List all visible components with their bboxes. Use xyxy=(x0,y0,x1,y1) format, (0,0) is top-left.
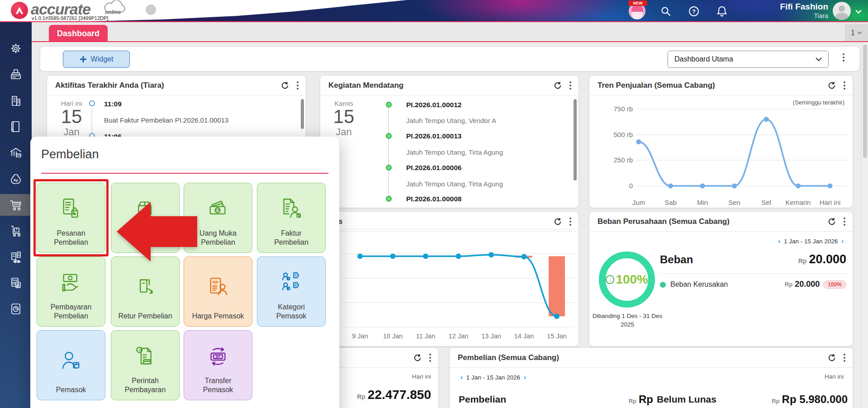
sidebar-item-sales[interactable] xyxy=(0,64,32,85)
kebab-menu-icon[interactable] xyxy=(843,81,846,90)
user-role: Tiara xyxy=(814,12,828,19)
card-title: Aktifitas Terakhir Anda (Tiara) xyxy=(55,81,280,90)
kebab-menu-icon[interactable] xyxy=(843,353,846,363)
window-count: 1 xyxy=(851,29,855,37)
brand-sub: online xyxy=(105,9,121,15)
svg-text:RP: RP xyxy=(213,279,219,284)
kebab-menu-icon[interactable] xyxy=(428,353,432,363)
prev-period-chevron[interactable]: ‹ xyxy=(459,373,465,381)
tile-harga-pemasok[interactable]: RP Harga Pemasok xyxy=(184,256,252,327)
sidebar-item-fixed-assets[interactable] xyxy=(0,246,32,268)
notifications-bell-icon[interactable] xyxy=(716,5,728,17)
kas-today-value: 22.477.850 xyxy=(368,388,431,402)
add-widget-button[interactable]: Widget xyxy=(63,51,130,68)
metric-label: Pembelian xyxy=(459,394,506,405)
card-title: Kegiatan Mendatang xyxy=(328,81,553,90)
hand-truck-icon xyxy=(9,224,23,238)
tile-kategori-pemasok[interactable]: A B KategoriPemasok xyxy=(257,256,326,327)
search-icon[interactable] xyxy=(660,5,672,17)
event-subtitle: Jatuh Tempo Utang, Vendor A xyxy=(406,117,496,124)
event-title[interactable]: PI.2026.01.00013 xyxy=(406,132,461,140)
timeline-dot xyxy=(386,102,392,108)
sidebar-item-banking[interactable] xyxy=(0,142,32,164)
kebab-menu-icon[interactable] xyxy=(569,81,572,90)
tile-retur-pembelian[interactable]: Retur Pembelian xyxy=(111,256,180,327)
dashboard-select[interactable]: Dashboard Utama xyxy=(668,51,829,68)
chart-subtitle: (Seminggu terakhir) xyxy=(793,99,844,106)
next-period-chevron[interactable]: › xyxy=(840,237,845,245)
kebab-menu-icon[interactable] xyxy=(296,81,299,90)
promo-avatar[interactable]: NEW xyxy=(629,3,645,19)
accurate-logo-icon[interactable] xyxy=(11,2,28,19)
page-scrollbar-thumb[interactable] xyxy=(863,45,867,158)
svg-text:12 Jan: 12 Jan xyxy=(449,332,469,340)
tile-pesanan-pembelian[interactable]: PesananPembelian xyxy=(37,183,105,253)
refresh-icon[interactable] xyxy=(827,353,836,362)
next-period-chevron[interactable]: › xyxy=(522,373,528,381)
scrollbar-thumb[interactable] xyxy=(301,99,304,129)
sidebar-item-journal[interactable] xyxy=(0,116,32,138)
tile-label: Harga Pemasok xyxy=(192,312,244,320)
sidebar-item-billing[interactable]: Rp xyxy=(0,168,32,190)
svg-text:!: ! xyxy=(139,348,140,352)
scrollbar-thumb[interactable] xyxy=(574,99,577,180)
event-subtitle: Jatuh Tempo Utang, Tirta Agung xyxy=(406,180,503,188)
svg-text:Sel: Sel xyxy=(761,199,771,206)
sidebar-item-reports[interactable] xyxy=(0,298,32,320)
refresh-icon[interactable] xyxy=(413,353,422,362)
timeline-dot xyxy=(386,165,392,171)
refresh-icon[interactable] xyxy=(827,81,836,90)
tile-pemasok[interactable]: Pemasok xyxy=(37,330,105,400)
period-label: Hari ini xyxy=(825,373,844,380)
svg-text:Hari ini: Hari ini xyxy=(820,199,841,206)
refresh-icon[interactable] xyxy=(553,81,562,90)
svg-text:13 Jan: 13 Jan xyxy=(481,332,501,340)
pembelian-popup: Pembelian PesananPembelian PenerimaanBar… xyxy=(30,137,339,408)
refresh-icon[interactable] xyxy=(827,217,836,226)
tren-penjualan-chart: 750 rb500 rb250 rb0JumSabMinSenSelKemari… xyxy=(589,76,854,209)
sidebar-item-settings[interactable] xyxy=(0,38,32,59)
tile-transfer-pemasok[interactable]: RP TransferPemasok xyxy=(184,330,252,400)
popup-title: Pembelian xyxy=(41,147,99,161)
dashboard-select-value: Dashboard Utama xyxy=(674,55,816,63)
activity-text[interactable]: Buat Faktur Pembelian PI.2026.01.00013 xyxy=(104,116,228,124)
event-title[interactable]: PI.2026.01.00008 xyxy=(406,195,461,203)
user-avatar[interactable] xyxy=(833,2,851,20)
event-subtitle: Jatuh Tempo Utang, Tirta Agung xyxy=(406,148,503,156)
refresh-icon[interactable] xyxy=(280,81,289,90)
tile-label: Perintah xyxy=(132,377,159,384)
event-title[interactable]: PI.2026.01.00006 xyxy=(406,164,461,172)
help-icon[interactable]: ? xyxy=(688,5,700,17)
tab-dashboard[interactable]: Dashboard xyxy=(49,25,108,42)
sidebar-item-purchases[interactable] xyxy=(0,194,32,216)
toolbar-kebab-icon[interactable] xyxy=(842,52,845,62)
widget-label: Widget xyxy=(91,55,114,63)
divider xyxy=(41,173,328,174)
decorative-dot xyxy=(146,5,156,15)
window-count-dropdown[interactable]: 1 xyxy=(845,24,868,42)
sidebar-item-tax[interactable]: TAX xyxy=(0,272,32,294)
activity-time: 11:09 xyxy=(104,100,122,108)
kebab-menu-icon[interactable] xyxy=(843,217,846,227)
svg-text:500 rb: 500 rb xyxy=(613,131,633,138)
event-title[interactable]: PI.2026.01.00012 xyxy=(406,101,461,109)
cash-register-icon xyxy=(9,67,23,82)
tile-label: Pemasok xyxy=(56,386,86,394)
tile-perintah-pembayaran[interactable]: ! RP PerintahPembayaran xyxy=(111,330,180,400)
vendor-icon xyxy=(58,336,84,385)
prev-period-chevron[interactable]: ‹ xyxy=(776,237,782,245)
kebab-menu-icon[interactable] xyxy=(569,217,572,227)
beban-total-value: 20.000 xyxy=(809,252,846,266)
tile-pembayaran-pembelian[interactable]: PembayaranPembelian xyxy=(37,256,105,327)
svg-text:?: ? xyxy=(692,8,696,15)
page-scrollbar[interactable] xyxy=(861,42,868,408)
refresh-icon[interactable] xyxy=(553,217,562,226)
sidebar-item-inventory[interactable] xyxy=(0,220,32,242)
tile-faktur-pembelian[interactable]: FakturPembelian xyxy=(257,183,326,253)
user-name[interactable]: Fifi Fashion xyxy=(780,2,828,12)
sidebar-item-company[interactable] xyxy=(0,90,32,112)
user-menu-chevron-icon[interactable] xyxy=(854,8,863,16)
date-range-nav: ‹ 1 Jan - 15 Jan 2026 › xyxy=(776,237,845,245)
asset-building-car-icon xyxy=(9,250,23,264)
legend-label[interactable]: Beban Kerusakan xyxy=(670,280,728,289)
